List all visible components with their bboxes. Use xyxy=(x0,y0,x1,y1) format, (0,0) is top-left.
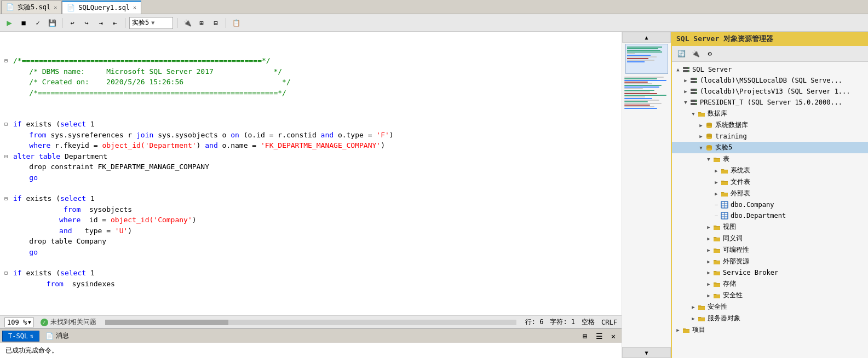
tree-arrow[interactable]: ▶ xyxy=(705,280,712,288)
code-line xyxy=(4,98,617,108)
scrollbar-track[interactable] xyxy=(105,320,516,325)
check-button[interactable]: ✓ xyxy=(32,17,44,29)
tree-arrow[interactable]: ▲ xyxy=(674,66,682,73)
tree-item[interactable]: ▼实验5 xyxy=(672,142,868,153)
tab-sql1[interactable]: 📄 实验5.sql ✕ xyxy=(1,1,62,14)
tree-arrow[interactable]: ▶ xyxy=(682,77,689,84)
tree-arrow[interactable]: ▶ xyxy=(712,190,720,198)
zoom-selector[interactable]: 109 % ▼ xyxy=(4,317,34,327)
tree-item[interactable]: ▶安全性 xyxy=(672,301,868,313)
tree-item[interactable]: ▶(localdb)\ProjectsV13 (SQL Server 1... xyxy=(672,86,868,97)
tab-close-1[interactable]: ✕ xyxy=(54,4,57,10)
grid-button[interactable]: ⊟ xyxy=(210,17,222,29)
tree-item[interactable]: ▶系统表 xyxy=(672,165,868,176)
code-line: where r.fkeyid = object_id('Department')… xyxy=(4,140,617,151)
tree-arrow[interactable]: — xyxy=(712,212,720,220)
tree-item[interactable]: ▶同义词 xyxy=(672,233,868,244)
tree-label: 安全性 xyxy=(708,302,727,311)
tree-arrow[interactable]: ▼ xyxy=(705,155,712,163)
tree-arrow[interactable]: ▶ xyxy=(705,292,712,299)
tree-item[interactable]: ▼PRESIDENT_T (SQL Server 15.0.2000... xyxy=(672,97,868,108)
tab-sql2[interactable]: 📄 SQLQuery1.sql ✕ xyxy=(62,1,141,14)
code-editor[interactable]: ⊟/*=====================================… xyxy=(0,32,622,315)
tree-arrow[interactable]: ▶ xyxy=(712,167,720,175)
tab-close-2[interactable]: ✕ xyxy=(133,4,136,10)
code-token: 1 xyxy=(86,194,95,203)
fold-button[interactable]: ⊟ xyxy=(4,152,12,160)
tree-item[interactable]: ▼数据库 xyxy=(672,108,868,119)
tree-arrow[interactable]: ▶ xyxy=(705,246,712,254)
tree-arrow[interactable]: — xyxy=(712,201,720,209)
db-selector[interactable]: 实验5 ▼ xyxy=(129,17,173,29)
result-close-btn[interactable]: ✕ xyxy=(607,330,619,342)
connect-button[interactable]: 🔌 xyxy=(181,17,193,29)
bottom-tabs: T-SQL ⇅ 📄 消息 ⊞ ☰ ✕ xyxy=(0,328,622,343)
minimap-up[interactable]: ▲ xyxy=(622,32,671,43)
fold-button[interactable]: ⊟ xyxy=(4,120,12,128)
tree-arrow[interactable]: ▶ xyxy=(682,88,689,95)
tree-arrow[interactable]: ▼ xyxy=(697,144,705,152)
tree-item[interactable]: ▶服务器对象 xyxy=(672,313,868,324)
fold-button[interactable]: ⊟ xyxy=(4,194,12,203)
tree-arrow[interactable]: ▶ xyxy=(697,122,705,129)
tree-item[interactable]: ▶视图 xyxy=(672,221,868,233)
query-button[interactable]: 📋 xyxy=(230,17,242,29)
tree-arrow[interactable]: ▶ xyxy=(689,315,697,322)
code-text: /* DBMS name: Microsoft SQL Server 2017 … xyxy=(12,66,617,77)
tree-icon xyxy=(689,76,698,85)
fold-button[interactable]: ⊟ xyxy=(4,269,12,277)
minimap-down[interactable]: ▼ xyxy=(622,347,671,358)
tree-item[interactable]: ▼表 xyxy=(672,153,868,165)
tree-arrow[interactable]: ▼ xyxy=(682,99,689,106)
tree-item[interactable]: —dbo.Department xyxy=(672,210,868,221)
result-text-btn[interactable]: ☰ xyxy=(593,330,605,342)
tree-item[interactable]: ▶存储 xyxy=(672,278,868,290)
code-token: ) xyxy=(192,216,197,224)
code-line: from sys.sysreferences r join sys.sysobj… xyxy=(4,130,617,141)
minimap-thumb xyxy=(625,44,668,74)
code-text: go xyxy=(12,172,617,183)
result-grid-btn[interactable]: ⊞ xyxy=(579,330,591,342)
tree-item[interactable]: —dbo.Company xyxy=(672,199,868,210)
code-token: select xyxy=(60,120,86,128)
tree-label: 系统表 xyxy=(731,166,750,175)
tree-arrow[interactable]: ▶ xyxy=(697,132,705,140)
tree-item[interactable]: ▶(localdb)\MSSQLLocalDB (SQL Serve... xyxy=(672,75,868,86)
outdent-button[interactable]: ⇤ xyxy=(109,17,121,29)
tree-item[interactable]: ▶Service Broker xyxy=(672,267,868,278)
oe-refresh-btn[interactable]: 🔄 xyxy=(675,48,687,60)
fold-button[interactable]: ⊟ xyxy=(4,56,12,65)
tree-item[interactable]: ▶training xyxy=(672,131,868,142)
tree-arrow[interactable]: ▶ xyxy=(705,258,712,265)
run-button[interactable]: ▶ xyxy=(3,17,15,29)
save-button[interactable]: 💾 xyxy=(46,17,58,29)
tree-arrow[interactable]: ▶ xyxy=(705,269,712,276)
tree-arrow[interactable]: ▶ xyxy=(674,326,682,334)
code-token: object_id( xyxy=(102,141,145,149)
tab-messages[interactable]: 📄 消息 xyxy=(39,330,75,342)
tab-tsql[interactable]: T-SQL ⇅ xyxy=(2,331,39,342)
tree-arrow[interactable]: ▶ xyxy=(689,303,697,311)
redo-button[interactable]: ↪ xyxy=(81,17,93,29)
tree-item[interactable]: ▶外部资源 xyxy=(672,256,868,267)
tree-item[interactable]: ▶外部表 xyxy=(672,188,868,199)
tree-icon xyxy=(712,155,721,164)
tree-item[interactable]: ▶可编程性 xyxy=(672,244,868,256)
oe-connect-btn[interactable]: 🔌 xyxy=(689,48,702,60)
tree-item[interactable]: ▶文件表 xyxy=(672,176,868,188)
tab-tsql-label: T-SQL xyxy=(8,332,28,340)
tree-item[interactable]: ▲SQL Server xyxy=(672,64,868,75)
tree-item[interactable]: ▶系统数据库 xyxy=(672,119,868,131)
layout-button[interactable]: ⊞ xyxy=(196,17,208,29)
tree-arrow[interactable]: ▼ xyxy=(689,110,697,118)
indent-button[interactable]: ⇥ xyxy=(95,17,107,29)
tree-arrow[interactable]: ▶ xyxy=(712,178,720,186)
oe-settings-btn[interactable]: ⚙ xyxy=(704,48,716,60)
stop-button[interactable]: ■ xyxy=(18,17,30,29)
undo-button[interactable]: ↩ xyxy=(66,17,78,29)
tree-arrow[interactable]: ▶ xyxy=(705,235,712,242)
tree-item[interactable]: ▶安全性 xyxy=(672,290,868,301)
tree-arrow[interactable]: ▶ xyxy=(705,223,712,231)
code-line: go xyxy=(4,247,617,258)
tree-item[interactable]: ▶项目 xyxy=(672,324,868,336)
